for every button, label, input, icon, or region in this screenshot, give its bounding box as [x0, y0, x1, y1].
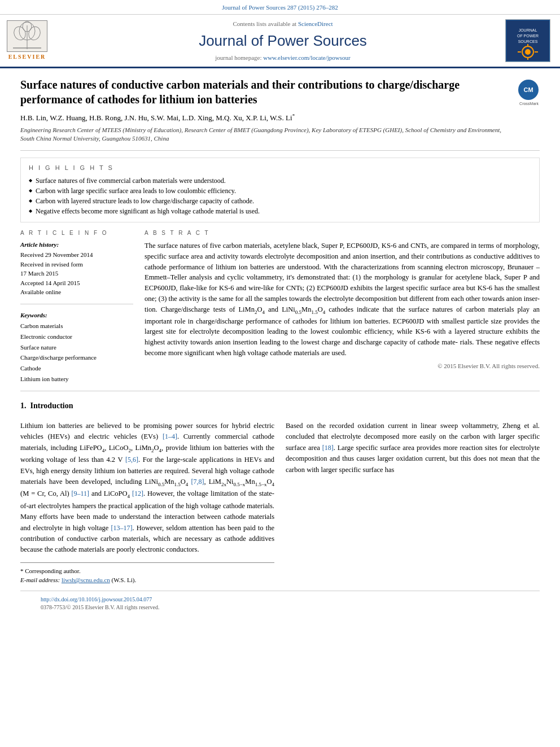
keyword-1: Carbon materials: [20, 321, 133, 331]
abstract-title: A B S T R A C T: [145, 229, 540, 237]
divider-2: [20, 391, 540, 391]
article-main-title: Surface natures of conductive carbon mat…: [20, 77, 513, 107]
ref-18[interactable]: [18]: [322, 444, 334, 452]
keywords-label: Keywords:: [20, 311, 133, 320]
article-info-abstract: A R T I C L E I N F O Article history: R…: [20, 229, 540, 384]
abstract-col: A B S T R A C T The surface natures of f…: [145, 229, 540, 384]
keyword-6: Lithium ion battery: [20, 374, 133, 385]
svg-text:SOURCES: SOURCES: [518, 40, 538, 43]
accepted-label: Accepted 14 April 2015: [20, 278, 133, 288]
email-footnote: E-mail address: liwsh@scnu.edu.cn (W.S. …: [20, 575, 274, 585]
crossmark-icon: CM: [518, 80, 539, 100]
svg-text:OF POWER: OF POWER: [517, 34, 539, 38]
main-content: Surface natures of conductive carbon mat…: [0, 68, 560, 615]
article-info-col: A R T I C L E I N F O Article history: R…: [20, 229, 133, 384]
bottom-bar: http://dx.doi.org/10.1016/j.jpowsour.201…: [20, 591, 540, 616]
journal-header: ELSEVIER Contents lists available at Sci…: [0, 15, 560, 68]
elsevier-logo-section: ELSEVIER: [7, 20, 63, 61]
history-label: Article history:: [20, 241, 133, 249]
journal-homepage-line: journal homepage: www.elsevier.com/locat…: [63, 54, 502, 62]
journal-reference: Journal of Power Sources 287 (2015) 276–…: [222, 4, 338, 11]
highlights-section: H I G H L I G H T S Surface natures of f…: [20, 158, 540, 222]
homepage-url[interactable]: www.elsevier.com/locate/jpowsour: [263, 54, 350, 61]
email-link[interactable]: liwsh@scnu.edu.cn: [62, 576, 110, 583]
footnote-section: * Corresponding author. E-mail address: …: [20, 562, 274, 585]
journal-logo-box: JOURNAL OF POWER SOURCES: [505, 19, 550, 62]
highlights-title: H I G H L I G H T S: [29, 164, 531, 172]
article-info-title: A R T I C L E I N F O: [20, 229, 133, 237]
ref-5-6[interactable]: [5,6]: [125, 456, 138, 464]
highlight-item-4: Negative effects become more significant…: [29, 206, 531, 216]
page: Journal of Power Sources 287 (2015) 276–…: [0, 0, 560, 747]
revised-date: 17 March 2015: [20, 269, 133, 278]
journal-logo-right: JOURNAL OF POWER SOURCES: [502, 19, 553, 62]
divider-1: [20, 304, 133, 304]
intro-right-text: Based on the recorded oxidation current …: [286, 421, 540, 475]
abstract-copyright: © 2015 Elsevier B.V. All rights reserved…: [145, 362, 540, 370]
ref-13-17[interactable]: [13–17]: [111, 524, 132, 532]
received-date: Received 29 November 2014: [20, 250, 133, 260]
highlight-item-1: Surface natures of five commercial carbo…: [29, 176, 531, 186]
svg-text:JOURNAL: JOURNAL: [519, 28, 537, 32]
sciencedirect-link: Contents lists available at ScienceDirec…: [63, 20, 502, 28]
elsevier-tree-image: [7, 20, 47, 52]
introduction-body: Lithium ion batteries are believed to be…: [20, 421, 540, 585]
article-history: Article history: Received 29 November 20…: [20, 241, 133, 297]
doi-link[interactable]: http://dx.doi.org/10.1016/j.jpowsour.201…: [41, 596, 152, 602]
issn-line: 0378-7753/© 2015 Elsevier B.V. All right…: [41, 604, 519, 611]
section-title-introduction: 1. Introduction: [20, 400, 540, 412]
corresponding-author-note: * Corresponding author.: [20, 566, 274, 576]
intro-left-text: Lithium ion batteries are believed to be…: [20, 421, 274, 556]
ref-9-11[interactable]: [9–11]: [72, 490, 90, 497]
svg-point-12: [525, 49, 531, 55]
article-title-section: Surface natures of conductive carbon mat…: [20, 68, 540, 150]
doi-line: http://dx.doi.org/10.1016/j.jpowsour.201…: [41, 596, 519, 604]
elsevier-logo: ELSEVIER: [7, 20, 47, 61]
journal-reference-bar: Journal of Power Sources 287 (2015) 276–…: [0, 0, 560, 15]
sciencedirect-anchor[interactable]: ScienceDirect: [298, 20, 333, 27]
journal-header-center: Contents lists available at ScienceDirec…: [63, 20, 502, 62]
article-title-text: Surface natures of conductive carbon mat…: [20, 77, 513, 143]
journal-title-heading: Journal of Power Sources: [63, 30, 502, 51]
abstract-text: The surface natures of five carbon mater…: [145, 241, 540, 359]
highlight-item-3: Carbon with layered structure leads to l…: [29, 196, 531, 206]
keyword-3: Surface nature: [20, 342, 133, 353]
keyword-4: Charge/discharge performance: [20, 352, 133, 363]
elsevier-brand: ELSEVIER: [8, 53, 46, 61]
ref-7-8[interactable]: [7,8]: [191, 478, 204, 486]
crossmark-logo: CM CrossMark: [518, 80, 540, 107]
ref-1-4[interactable]: [1–4]: [163, 433, 177, 440]
keywords-section: Keywords: Carbon materials Electronic co…: [20, 311, 133, 385]
ref-12[interactable]: [12]: [132, 490, 143, 497]
article-authors: H.B. Lin, W.Z. Huang, H.B. Rong, J.N. Hu…: [20, 112, 513, 124]
revised-label: Received in revised form: [20, 260, 133, 269]
keyword-2: Electronic conductor: [20, 331, 133, 342]
available-label: Available online: [20, 287, 133, 297]
article-affiliation: Engineering Research Center of MTEES (Mi…: [20, 126, 513, 143]
intro-left-col: Lithium ion batteries are believed to be…: [20, 421, 274, 585]
intro-right-col: Based on the recorded oxidation current …: [286, 421, 540, 585]
introduction-section: 1. Introduction Lithium ion batteries ar…: [20, 400, 540, 584]
highlight-item-2: Carbon with large specific surface area …: [29, 186, 531, 196]
keyword-5: Cathode: [20, 363, 133, 374]
